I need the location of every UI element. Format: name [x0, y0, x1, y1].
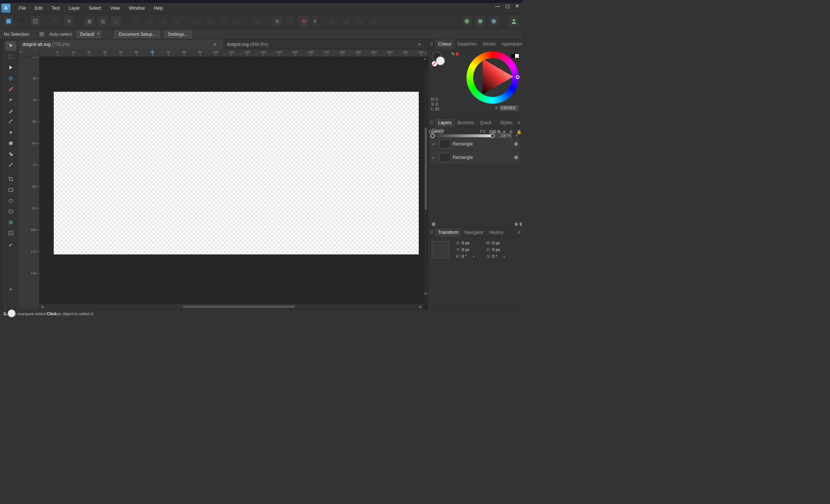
insert-inside-icon[interactable]: ▢: [252, 16, 263, 27]
rounded-rect-tool-icon[interactable]: [5, 207, 16, 216]
panel-tab-transform[interactable]: Transform: [435, 228, 461, 237]
document-tab[interactable]: dotgrid-alt.svg (776.2%)×: [19, 40, 223, 49]
panel-tab-swatches[interactable]: Swatches: [454, 40, 480, 48]
align-right-icon[interactable]: ▯: [157, 16, 169, 27]
artboard-tool-icon[interactable]: [5, 52, 16, 62]
arrange-forward-icon[interactable]: ▭: [218, 16, 229, 27]
shape-tool-icon[interactable]: [5, 217, 16, 227]
crop-tool-icon[interactable]: [5, 174, 16, 184]
window-minimize-icon[interactable]: —: [495, 3, 500, 9]
node-tool-icon[interactable]: [5, 63, 16, 72]
tab-close-icon[interactable]: ×: [415, 40, 424, 49]
resource-manager-icon[interactable]: [461, 16, 472, 27]
tab-close-icon[interactable]: ×: [210, 40, 219, 49]
arrange-backward-icon[interactable]: ▭: [205, 16, 216, 27]
layer-name[interactable]: Rectangle: [453, 141, 473, 147]
autoselect-dropdown[interactable]: Default: [77, 31, 101, 38]
preferences-icon[interactable]: ⚙: [63, 16, 75, 27]
stock-icon[interactable]: [475, 16, 486, 27]
menu-layer[interactable]: Layer: [64, 3, 84, 13]
panel-tab-colour[interactable]: Colour: [435, 40, 454, 48]
transparency-tool-icon[interactable]: [5, 138, 16, 148]
arrange-front-icon[interactable]: ▭: [231, 16, 243, 27]
pen-tool-icon[interactable]: [5, 95, 16, 105]
canvas-artboard[interactable]: [54, 92, 419, 254]
anchor-selector[interactable]: [432, 241, 449, 258]
select-expand-icon[interactable]: ⬚: [110, 16, 122, 27]
horizontal-ruler[interactable]: 0102030405060708090100110120130140150160…: [40, 49, 423, 57]
menu-file[interactable]: File: [14, 3, 30, 13]
document-tab[interactable]: dotgrid.svg (686.9%)×: [223, 40, 428, 49]
select-all-icon[interactable]: ▦: [84, 16, 95, 27]
pencil-tool-icon[interactable]: [5, 106, 16, 116]
boolean-xor-icon[interactable]: ◯: [367, 16, 378, 27]
boolean-add-icon[interactable]: ◯: [327, 16, 338, 27]
autoselect-checkbox[interactable]: [40, 32, 44, 37]
boolean-subtract-icon[interactable]: ◯: [340, 16, 352, 27]
magnet-icon[interactable]: [299, 16, 310, 27]
vertical-ruler[interactable]: 2030405060708090100110120: [19, 57, 40, 309]
horizontal-scrollbar[interactable]: ◂▸: [40, 304, 423, 309]
select-invert-icon[interactable]: ▨: [97, 16, 108, 27]
move-tool-icon[interactable]: [5, 41, 16, 51]
colour-wheel[interactable]: [467, 51, 519, 104]
opacity-value[interactable]: 100 %: [496, 133, 512, 138]
panel-tab-navigator[interactable]: Navigator: [461, 228, 486, 237]
panel-grip-icon[interactable]: ⠿: [428, 41, 435, 47]
menu-text[interactable]: Text: [47, 3, 64, 13]
window-maximize-icon[interactable]: ◻: [505, 3, 510, 9]
brush-tool-icon[interactable]: [5, 117, 16, 126]
opacity-slider[interactable]: [432, 134, 493, 137]
tf-y-input[interactable]: [462, 247, 480, 252]
knife-tool-icon[interactable]: [5, 160, 16, 170]
arrange-back-icon[interactable]: ▭: [191, 16, 202, 27]
fill-stroke-selector[interactable]: [432, 51, 448, 68]
settings-button[interactable]: Settings...: [164, 31, 192, 38]
menu-edit[interactable]: Edit: [30, 3, 47, 13]
tf-s-input[interactable]: [492, 254, 503, 259]
align-center-icon[interactable]: ▯: [144, 16, 155, 27]
layer-visibility-icon[interactable]: [514, 156, 518, 159]
boolean-intersect-icon[interactable]: ◯: [354, 16, 365, 27]
contour-tool-icon[interactable]: [5, 73, 16, 83]
mask-layer-icon[interactable]: ◉: [514, 221, 518, 226]
tf-h-input[interactable]: [492, 247, 510, 252]
eyedropper-icon[interactable]: ✎: [451, 51, 455, 57]
panel-grip-icon[interactable]: ⠿: [428, 230, 435, 235]
persona-pixel-icon[interactable]: [16, 16, 28, 27]
snap-dropdown-icon[interactable]: ▾: [312, 16, 318, 27]
edit-all-layers-icon[interactable]: ▣: [430, 221, 436, 226]
tools-overflow-icon[interactable]: »: [5, 284, 16, 294]
text-tool-icon[interactable]: A: [5, 228, 16, 238]
layer-visibility-icon[interactable]: [514, 142, 518, 146]
align-left-icon[interactable]: ▯: [131, 16, 142, 27]
place-tool-icon[interactable]: [5, 149, 16, 159]
align-top-icon[interactable]: ▯: [171, 16, 182, 27]
hex-input[interactable]: [499, 105, 519, 111]
colour-picker-tool-icon[interactable]: [5, 239, 16, 249]
layer-row[interactable]: ▪Rectangle: [430, 151, 520, 164]
document-setup-button[interactable]: Document Setup...: [115, 31, 160, 38]
snap-baseline-icon[interactable]: ≡: [285, 16, 296, 27]
panel-tab-stroke[interactable]: Stroke: [480, 40, 499, 48]
ellipse-tool-icon[interactable]: [5, 196, 16, 206]
last-picked-colour-icon[interactable]: [456, 53, 459, 56]
opacity-dropdown-icon[interactable]: ▾: [514, 134, 519, 138]
tf-x-input[interactable]: [462, 241, 480, 245]
menu-view[interactable]: View: [106, 3, 124, 13]
menu-window[interactable]: Window: [124, 3, 149, 13]
corner-tool-icon[interactable]: [5, 84, 16, 94]
menu-select[interactable]: Select: [84, 3, 106, 13]
assets-icon[interactable]: [488, 16, 499, 27]
window-close-icon[interactable]: ✕: [515, 3, 519, 9]
panel-tab-appearance[interactable]: Appearance: [499, 40, 522, 48]
fill-tool-icon[interactable]: [5, 128, 16, 137]
snap-grid-icon[interactable]: ⊞: [272, 16, 283, 27]
account-avatar-icon[interactable]: [508, 16, 519, 27]
panel-menu-icon[interactable]: ≡: [515, 230, 522, 235]
persona-export-icon[interactable]: [30, 16, 41, 27]
layer-name[interactable]: Rectangle: [453, 155, 473, 160]
panel-tab-history[interactable]: History: [487, 228, 506, 237]
sync-defaults-icon[interactable]: ⟳: [50, 16, 61, 27]
menu-help[interactable]: Help: [149, 3, 168, 13]
